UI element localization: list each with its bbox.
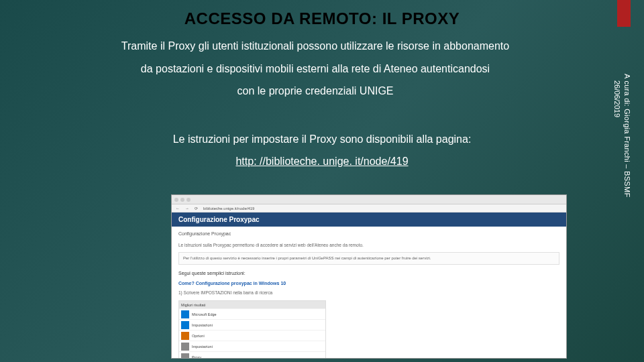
sidebar-date: 26/06/2019 [613,80,621,117]
instructions-link[interactable]: http: //biblioteche. unige. it/node/419 [0,150,644,173]
search-result-row[interactable]: Impostazioni [179,320,325,330]
page-banner-title: Configurazione Proxypac [172,213,566,227]
step-1-text: 1) Scrivere IMPOSTAZIONI nella barra di … [178,290,559,296]
window-control-icon [180,198,184,202]
accent-bar [617,0,631,27]
page-subtitle: Configurazione Proxypac [178,231,559,238]
slide-title: ACCESSO DA REMOTO: IL PROXY [0,0,644,35]
gear-icon [181,353,189,359]
instructions-text: Le istruzioni per impostare il Proxy son… [0,128,644,151]
instructions-block: Le istruzioni per impostare il Proxy son… [0,128,644,173]
address-url: biblioteche.unige.it/node/419 [203,206,254,210]
app-icon [181,310,189,318]
nav-back-icon[interactable]: ← [176,206,180,210]
search-result-row[interactable]: Impostazioni [179,341,325,352]
steps-intro: Segui queste semplici istruzioni: [178,270,559,278]
search-category-label: Migliori risultati [179,301,325,309]
search-result-row[interactable]: Opzioni [179,330,325,341]
windows-search-panel: Migliori risultati Microsoft Edge Impost… [178,300,326,359]
intro-line-2: da postazioni e dispositivi mobili ester… [40,58,590,80]
settings-icon [181,321,189,329]
gear-icon [181,343,189,351]
browser-tab-bar [172,195,566,204]
window-control-icon [174,198,178,202]
intro-line-1: Tramite il Proxy gli utenti istituzional… [40,35,590,58]
step-link[interactable]: Come? Configurazione proxypac in Windows… [178,280,559,288]
nav-forward-icon[interactable]: → [185,206,189,210]
search-result-label: Impostazioni [192,322,213,328]
embedded-screenshot: ← → ⟳ biblioteche.unige.it/node/419 Conf… [171,194,567,359]
info-box: Per l'utilizzo di questo servizio è nece… [178,252,559,265]
search-result-row[interactable]: Proxy [179,352,325,359]
search-result-row[interactable]: Microsoft Edge [179,309,325,320]
search-result-label: Opzioni [192,333,205,339]
reload-icon[interactable]: ⟳ [195,206,198,210]
app-icon [181,332,189,340]
search-result-label: Impostazioni [192,344,213,349]
search-result-label: Proxy [192,355,201,359]
window-control-icon [186,198,191,202]
intro-paragraph: Tramite il Proxy gli utenti istituzional… [0,35,644,103]
browser-address-bar[interactable]: ← → ⟳ biblioteche.unige.it/node/419 [172,204,566,213]
page-content: Configurazione Proxypac Le istruzioni su… [172,227,566,359]
info-box-text: Per l'utilizzo di questo servizio è nece… [183,256,431,260]
sidebar-credit: A cura di: Giorgia Franchi – BSSMF [622,74,632,197]
body-text: Le istruzioni sulla Proxypac permettono … [178,242,559,249]
intro-line-3: con le proprie credenziali UNIGE [40,80,590,103]
search-result-label: Microsoft Edge [192,312,217,317]
